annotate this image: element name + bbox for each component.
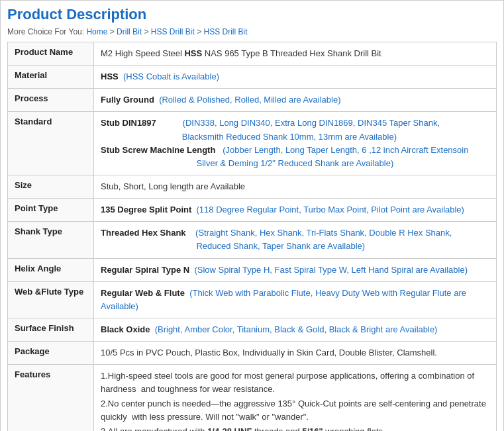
row-label: Size [8,175,94,198]
breadcrumb-link[interactable]: HSS Drill Bit [151,27,195,36]
breadcrumb-link[interactable]: Home [86,27,107,36]
table-row: Helix Angle Regular Spiral Type N (Slow … [8,258,497,281]
page-title: Product Description [7,6,497,23]
row-value: Regular Spiral Type N (Slow Spiral Type … [94,258,497,281]
row-value: Stub DIN1897 (DIN338, Long DIN340, Extra… [94,112,497,175]
feature-2: 2.No center punch is needed—the aggressi… [101,397,489,423]
product-name-highlight: HSS [184,48,202,58]
standard-stub-label: Stub DIN1897 [101,118,156,128]
product-description-container: Product Description More Choice For You:… [0,0,504,431]
row-label: Process [8,89,94,112]
row-label: Surface Finish [8,318,94,341]
table-row: Standard Stub DIN1897 (DIN338, Long DIN3… [8,112,497,175]
process-value: Fully Ground [101,95,154,105]
row-value: Fully Ground (Rolled & Polished, Rolled,… [94,89,497,112]
table-row: Package 10/5 Pcs in PVC Pouch, Plastic B… [8,342,497,365]
row-value: Threaded Hex Shank (Straight Shank, Hex … [94,222,497,258]
row-label: Material [8,66,94,89]
table-row: Web &Flute Type Regular Web & Flute (Thi… [8,281,497,318]
breadcrumb-label: More Choice For You: [7,27,84,36]
point-type-value: 135 Degree Split Point [101,205,191,215]
row-value: Regular Web & Flute (Thick Web with Para… [94,281,497,318]
table-row: Shank Type Threaded Hex Shank (Straight … [8,222,497,258]
row-label: Helix Angle [8,258,94,281]
table-row: Features 1.High-speed steel tools are go… [8,365,497,431]
point-type-options[interactable]: (118 Degree Regular Point, Turbo Max Poi… [197,205,464,215]
surface-finish-value: Black Oxide [101,324,150,334]
table-row: Point Type 135 Degree Split Point (118 D… [8,199,497,222]
row-value: 10/5 Pcs in PVC Pouch, Plastic Box, Indi… [94,342,497,365]
feature-1: 1.High-speed steel tools are good for mo… [101,369,489,395]
row-value: Stub, Short, Long length are Available [94,175,497,198]
row-label: Product Name [8,42,94,66]
helix-angle-value: Regular Spiral Type N [101,265,189,275]
table-row: Surface Finish Black Oxide (Bright, Ambe… [8,318,497,341]
breadcrumb: More Choice For You: Home > Drill Bit > … [7,27,497,36]
row-label: Point Type [8,199,94,222]
table-row: Size Stub, Short, Long length are Availa… [8,175,497,198]
material-options[interactable]: (HSS Cobalt is Available) [123,72,219,81]
row-label: Package [8,342,94,365]
row-label: Web &Flute Type [8,281,94,318]
material-value: HSS [101,72,119,81]
web-flute-value: Regular Web & Flute [101,288,185,298]
breadcrumb-link[interactable]: Drill Bit [117,27,142,36]
shank-type-value: Threaded Hex Shank [101,228,186,238]
row-label: Features [8,365,94,431]
row-label: Shank Type [8,222,94,258]
standard-screw-label: Stub Screw Machine Length [101,145,215,155]
feature-3-underline: 3.All are manufactured with 1/4-28 UNF t… [101,426,385,431]
table-row: Product Name M2 High Speed Steel HSS NAS… [8,42,497,66]
row-value: M2 High Speed Steel HSS NAS 965 Type B T… [94,42,497,66]
table-row: Process Fully Ground (Rolled & Polished,… [8,89,497,112]
row-value: 1.High-speed steel tools are good for mo… [94,365,497,431]
surface-finish-options[interactable]: (Bright, Amber Color, Titanium, Black & … [155,324,438,334]
row-label: Standard [8,112,94,175]
row-value: 135 Degree Split Point (118 Degree Regul… [94,199,497,222]
feature-3: 3.All are manufactured with 1/4-28 UNF t… [101,425,489,431]
process-options[interactable]: (Rolled & Polished, Rolled, Milled are A… [159,95,340,105]
row-value: HSS (HSS Cobalt is Available) [94,66,497,89]
table-row: Material HSS (HSS Cobalt is Available) [8,66,497,89]
breadcrumb-link[interactable]: HSS Drill Bit [204,27,248,36]
helix-angle-options[interactable]: (Slow Spiral Type H, Fast Spiral Type W,… [194,265,468,275]
row-value: Black Oxide (Bright, Amber Color, Titani… [94,318,497,341]
product-table: Product Name M2 High Speed Steel HSS NAS… [7,42,497,431]
